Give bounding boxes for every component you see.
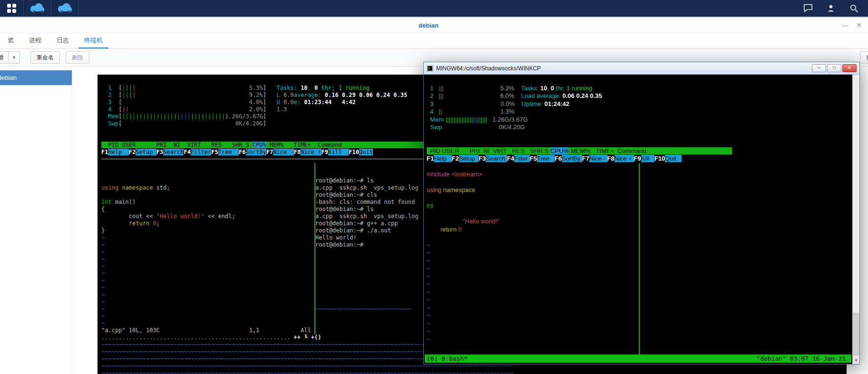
tmux-session-windows: [0] 0:bash*: [427, 355, 468, 363]
cloud-icon: [29, 3, 46, 13]
terminal-line: root@debian:/# cd /root/: [640, 171, 851, 179]
vim-editor-pane[interactable]: #include <iostream>using namespace std;i…: [427, 163, 639, 355]
apps-grid-icon: [7, 4, 16, 13]
terminal-line: {: [427, 210, 639, 218]
terminal-line: ~: [101, 277, 314, 284]
user-icon: [827, 4, 835, 12]
mintty-window-controls: ─ □ ✕: [812, 64, 857, 72]
terminal-line: root@debian:~# g++ a.cpp: [640, 226, 851, 234]
terminal-line: ~: [427, 249, 639, 257]
tmux-host-clock: "debian" 03:07 16-Jan-21: [756, 355, 849, 363]
search-button[interactable]: [842, 0, 865, 17]
terminal-line: [640, 304, 851, 312]
terminal-content: 1 [||| 5.3%] Tasks: 10, 0 thr; 1 running…: [427, 77, 851, 363]
terminal-line: ~: [427, 312, 639, 320]
terminal-line: [427, 163, 639, 171]
user-account-button[interactable]: [819, 0, 842, 17]
pinned-app-shadowsocks-1[interactable]: [24, 0, 51, 17]
terminal-line: [640, 163, 851, 171]
terminal-line: ~: [101, 291, 314, 298]
terminal-line: [427, 139, 851, 147]
window-controls: — ✕: [842, 18, 862, 33]
terminal-line: [101, 177, 314, 184]
scroll-down-arrow-icon[interactable]: ▼: [853, 357, 859, 364]
terminal-line: ~: [427, 296, 639, 304]
tab-overview[interactable]: 览: [2, 33, 20, 48]
topbar-right-icons: [797, 0, 868, 17]
terminal-line: root@debian:~# cls: [640, 194, 851, 202]
tab-terminal[interactable]: 终端机: [78, 33, 108, 48]
terminal-line: 4 [|| 1.3%]: [427, 108, 851, 116]
terminal-line: 2 [||| 6.0%] Load average: 0.06 0.24 0.3…: [427, 92, 851, 100]
add-button-label: 增: [0, 54, 8, 62]
close-icon[interactable]: ✕: [856, 18, 862, 33]
scrollbar[interactable]: ▼: [852, 75, 859, 364]
terminal-line: [640, 280, 851, 288]
terminal-line: ~: [101, 241, 314, 249]
terminal-line: root@debian:~# ls: [640, 179, 851, 187]
terminal-line: "a.cpp" 10L, 103C 1,1 All: [427, 343, 639, 351]
htop-output: 1 [||| 5.3%] Tasks: 10, 0 thr; 1 running…: [427, 77, 851, 163]
hotkey-button-partial[interactable]: 热: [860, 51, 868, 64]
mintty-app-icon: [427, 65, 433, 72]
terminal-line: ~: [101, 306, 314, 313]
tab-log[interactable]: 日志: [51, 33, 75, 48]
terminal-line: ~: [427, 265, 639, 273]
terminal-line: ~: [101, 298, 314, 306]
terminal-line: ~: [427, 320, 639, 328]
terminal-line: [640, 343, 851, 351]
add-split-button[interactable]: 增 ▼: [0, 51, 20, 64]
terminal-line: cout << "Hello world!" << endl;: [101, 213, 314, 220]
terminal-line: ~: [101, 234, 314, 241]
terminal-line: ~: [427, 241, 639, 249]
terminal-line: root@debian:~# ./a.out: [640, 233, 851, 241]
mintty-titlebar[interactable]: MINGW64:/c/soft/Shadowsocks/WINKCP ─ □ ✕: [424, 62, 859, 75]
delete-button[interactable]: 删除: [66, 51, 89, 64]
chevron-down-icon[interactable]: ▼: [9, 55, 20, 60]
terminal-line: [640, 320, 851, 328]
terminal-line: [640, 312, 851, 320]
rename-button[interactable]: 重命名: [30, 51, 60, 64]
terminal-line: [427, 194, 639, 202]
terminal-line: Swp[ 0K/4.20G]: [427, 124, 851, 132]
mintty-console[interactable]: 1 [||| 5.3%] Tasks: 10, 0 thr; 1 running…: [424, 75, 859, 364]
terminal-line: int main(): [101, 199, 314, 206]
terminal-line: ~: [101, 313, 314, 320]
terminal-line: cout << "Hello world!" << endl;: [427, 218, 639, 226]
maximize-icon[interactable]: □: [827, 64, 841, 72]
terminal-line: Hello world!: [640, 241, 851, 249]
tab-process[interactable]: 进程: [23, 33, 47, 48]
terminal-line: ~: [427, 280, 639, 288]
mintty-window-title: MINGW64:/c/soft/Shadowsocks/WINKCP: [436, 65, 541, 72]
terminal-line: [640, 257, 851, 265]
vim-editor-pane[interactable]: using namespace std;int main(){ cout << …: [101, 163, 314, 334]
terminal-line: 3 [ 0.0%] Uptime: 01:24:42: [427, 100, 851, 108]
scrollbar-thumb[interactable]: [853, 313, 859, 355]
terminal-line: [640, 336, 851, 344]
minimize-icon[interactable]: —: [842, 18, 848, 33]
shell-pane[interactable]: root@debian:/# cd /root/root@debian:~# l…: [640, 163, 851, 355]
terminal-line: {: [101, 206, 314, 213]
terminal-line: ~: [427, 327, 639, 336]
pinned-app-shadowsocks-2[interactable]: [51, 0, 79, 17]
top-bar: [0, 0, 868, 17]
terminal-line: -bash: cls: command not found: [640, 202, 851, 210]
window-titlebar[interactable]: debian — ✕: [0, 18, 868, 33]
terminal-line: a.cpp sskcp.sh vps_setup.log wgmtu: [640, 186, 851, 194]
terminal-line: ~: [427, 304, 639, 312]
terminal-line: return 0;: [101, 220, 314, 227]
terminal-line: ~~~~~~~~~~~~~~~~~~~~~~~~~~~~~~~~~~~~~~~~…: [101, 370, 847, 374]
terminal-line: ~: [101, 249, 314, 256]
close-icon[interactable]: ✕: [842, 64, 857, 72]
terminal-line: ~: [427, 288, 639, 297]
tab-bar: 览 进程 日志 终端机: [0, 33, 868, 49]
minimize-icon[interactable]: ─: [812, 64, 826, 72]
terminal-line: ~: [101, 263, 314, 270]
terminal-line: [640, 265, 851, 273]
main-menu-button[interactable]: [0, 0, 24, 17]
chat-bubble-icon: [803, 4, 813, 12]
sidebar-item-debian[interactable]: debian: [0, 70, 72, 85]
terminal-line: #include <iostream>: [427, 171, 639, 179]
container-list-sidebar: debian: [0, 67, 72, 374]
notifications-chat-button[interactable]: [797, 0, 819, 17]
